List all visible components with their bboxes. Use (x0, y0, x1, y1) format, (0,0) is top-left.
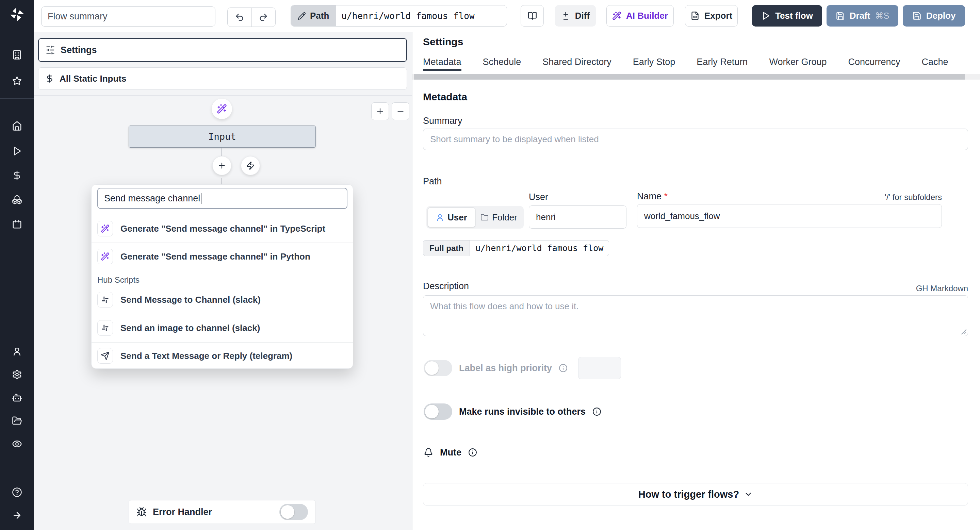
tab-cache[interactable]: Cache (922, 53, 948, 71)
input-node[interactable]: Input (129, 125, 316, 148)
flow-edge (221, 148, 222, 156)
hub-script-item[interactable]: Send Message to Channel (slack) (97, 289, 347, 311)
windmill-flow-editor: Path u/henri/world_famous_flow Diff AI B… (0, 0, 980, 530)
add-step-button[interactable] (212, 156, 231, 175)
owner-user-option[interactable]: User (428, 208, 476, 227)
markdown-hint: GH Markdown (916, 284, 968, 293)
edit-path-button[interactable]: Path (291, 5, 336, 26)
user-input[interactable] (529, 205, 627, 229)
folders-icon[interactable] (12, 416, 22, 426)
diff-button[interactable]: Diff (555, 5, 596, 27)
audit-eye-icon[interactable] (12, 439, 22, 449)
favorites-star-icon[interactable] (12, 76, 22, 86)
tabs-scrollbar[interactable] (412, 74, 980, 79)
wand-sparkles-icon (612, 11, 621, 21)
resources-boxes-icon[interactable] (12, 195, 22, 205)
tab-early-return[interactable]: Early Return (697, 53, 748, 71)
book-open-icon (528, 11, 537, 21)
generate-python-item[interactable]: Generate "Send message channel" in Pytho… (97, 245, 347, 268)
workspace-building-icon[interactable] (12, 50, 22, 60)
tab-worker-group[interactable]: Worker Group (769, 53, 827, 71)
windmill-logo-icon[interactable] (9, 6, 25, 22)
item-label: Send Message to Channel (slack) (121, 295, 261, 305)
flow-summary-input[interactable] (41, 6, 215, 27)
zoom-out-button[interactable] (392, 102, 409, 120)
expand-arrow-icon[interactable] (12, 510, 22, 520)
description-textarea[interactable] (423, 295, 968, 336)
generate-typescript-item[interactable]: Generate "Send message channel" in TypeS… (97, 217, 347, 240)
tab-early-stop[interactable]: Early Stop (633, 53, 675, 71)
undo-redo-group (227, 8, 275, 27)
settings-title: Settings (423, 36, 463, 48)
metadata-heading: Metadata (423, 91, 467, 103)
redo-button[interactable] (252, 8, 275, 27)
draft-button[interactable]: Draft ⌘S (827, 5, 898, 27)
zoom-in-button[interactable] (371, 102, 389, 120)
how-to-trigger-expander[interactable]: How to trigger flows? (423, 483, 968, 506)
deploy-label: Deploy (926, 11, 956, 21)
home-icon[interactable] (12, 121, 22, 131)
users-person-icon[interactable] (12, 346, 22, 357)
info-icon[interactable] (468, 448, 477, 457)
undo-icon (235, 13, 244, 22)
flow-settings-node[interactable]: Settings (38, 38, 407, 62)
info-icon[interactable] (592, 407, 601, 416)
ai-builder-label: AI Builder (626, 11, 668, 21)
item-label: Send a Text Message or Reply (telegram) (121, 351, 292, 361)
scrollbar-thumb[interactable] (414, 74, 965, 79)
ai-step-suggestion-button[interactable] (212, 98, 232, 119)
info-icon[interactable] (559, 363, 568, 373)
settings-gear-icon[interactable] (12, 370, 22, 380)
flow-graph-panel: Settings All Static Inputs Input (34, 32, 412, 530)
help-circle-icon[interactable] (12, 487, 22, 497)
step-picker-dropdown: Send message channel Generate "Send mess… (91, 184, 353, 369)
variables-dollar-icon[interactable] (12, 170, 22, 180)
diff-icon (561, 11, 570, 21)
static-inputs-node[interactable]: All Static Inputs (38, 67, 407, 90)
deploy-button[interactable]: Deploy (903, 5, 965, 27)
invisible-runs-toggle[interactable] (424, 403, 452, 420)
tab-concurrency[interactable]: Concurrency (848, 53, 900, 71)
tab-metadata[interactable]: Metadata (423, 53, 461, 71)
test-flow-label: Test flow (775, 11, 813, 21)
slack-icon (97, 320, 113, 336)
high-priority-toggle[interactable] (424, 360, 452, 376)
full-path-value[interactable]: u/henri/world_famous_flow (470, 241, 609, 256)
tab-schedule[interactable]: Schedule (483, 53, 521, 71)
sidebar-divider (0, 98, 34, 98)
summary-input[interactable] (423, 129, 968, 150)
tab-shared-directory[interactable]: Shared Directory (542, 53, 611, 71)
sliders-icon (46, 45, 55, 55)
dollar-icon (45, 74, 54, 83)
hub-script-item[interactable]: Send an image to channel (slack) (97, 317, 347, 339)
hub-script-item[interactable]: Send a Text Message or Reply (telegram) (97, 344, 347, 367)
schedules-calendar-icon[interactable] (12, 219, 22, 229)
error-handler-node[interactable]: Error Handler (129, 500, 316, 524)
workers-bot-icon[interactable] (12, 393, 22, 403)
toggle-knob (425, 405, 439, 419)
wand-sparkles-icon (217, 104, 227, 114)
ai-builder-button[interactable]: AI Builder (606, 5, 674, 27)
subfolder-hint: '/' for subfolders (885, 192, 942, 202)
undo-button[interactable] (228, 8, 252, 27)
docs-button[interactable] (520, 5, 544, 27)
description-label: Description (423, 281, 469, 292)
error-handler-toggle[interactable] (279, 504, 308, 520)
add-trigger-button[interactable] (241, 156, 260, 175)
item-label: Generate "Send message channel" in Pytho… (121, 251, 310, 262)
step-search-input[interactable]: Send message channel (97, 188, 347, 209)
minus-icon (396, 107, 405, 116)
description-field-wrap (423, 295, 968, 336)
export-button[interactable]: Export (685, 5, 738, 27)
test-flow-button[interactable]: Test flow (752, 5, 822, 27)
owner-folder-option[interactable]: Folder (476, 208, 522, 227)
path-value[interactable]: u/henri/world_famous_flow (336, 5, 480, 26)
error-handler-label: Error Handler (153, 507, 212, 517)
name-input[interactable] (637, 204, 942, 228)
resize-grip[interactable] (960, 328, 966, 335)
high-priority-label: Label as high priority (459, 363, 552, 373)
slack-icon (97, 292, 113, 308)
runs-play-icon[interactable] (12, 146, 22, 156)
path-section-label: Path (423, 176, 442, 187)
plus-icon (218, 161, 226, 170)
